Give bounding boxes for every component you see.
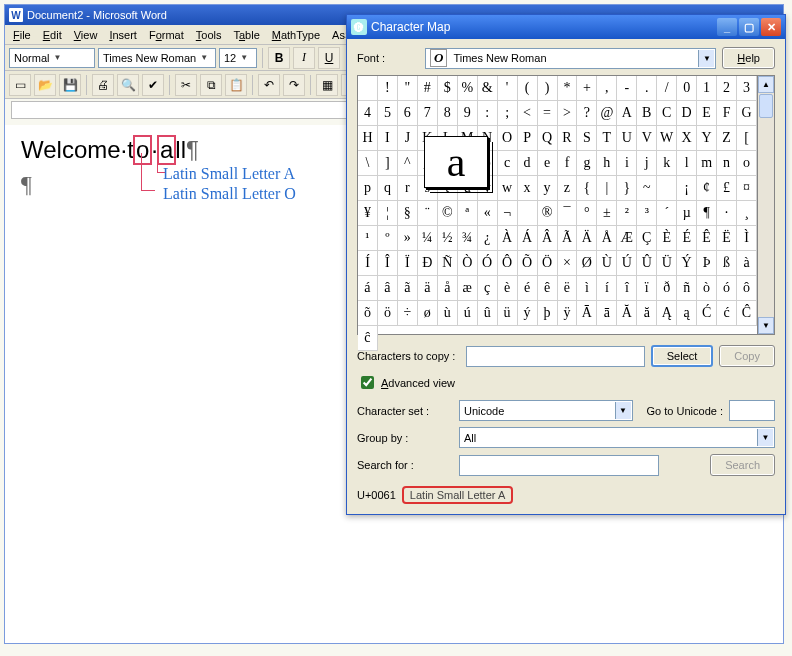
minimize-button[interactable]: _ — [717, 18, 737, 36]
char-cell[interactable]: á — [358, 276, 378, 301]
char-cell[interactable]: S — [577, 126, 597, 151]
charset-select[interactable]: Unicode ▼ — [459, 400, 633, 421]
char-cell[interactable]: õ — [358, 301, 378, 326]
char-cell[interactable]: 3 — [737, 76, 757, 101]
grid-scrollbar[interactable]: ▲ ▼ — [757, 76, 774, 334]
char-cell[interactable]: ¾ — [458, 226, 478, 251]
char-cell[interactable]: A — [617, 101, 637, 126]
char-cell[interactable]: } — [617, 176, 637, 201]
char-cell[interactable]: Å — [597, 226, 617, 251]
char-cell[interactable]: W — [657, 126, 677, 151]
advanced-view-input[interactable] — [361, 376, 374, 389]
char-cell[interactable]: Ö — [538, 251, 558, 276]
menu-tools[interactable]: Tools — [192, 27, 226, 43]
char-cell[interactable]: E — [697, 101, 717, 126]
char-cell[interactable]: \ — [358, 151, 378, 176]
char-cell[interactable]: ò — [697, 276, 717, 301]
scroll-thumb[interactable] — [759, 94, 773, 118]
char-cell[interactable]: H — [358, 126, 378, 151]
font-combo[interactable]: Times New Roman▼ — [98, 48, 216, 68]
char-cell[interactable]: & — [478, 76, 498, 101]
char-cell[interactable]: n — [717, 151, 737, 176]
char-cell[interactable]: í — [597, 276, 617, 301]
menu-edit[interactable]: Edit — [39, 27, 66, 43]
char-cell[interactable]: ì — [577, 276, 597, 301]
char-cell[interactable]: Ĉ — [737, 301, 757, 326]
char-cell[interactable]: - — [617, 76, 637, 101]
char-cell[interactable]: ą — [677, 301, 697, 326]
char-cell[interactable]: µ — [677, 201, 697, 226]
goto-unicode-input[interactable] — [729, 400, 775, 421]
tb-table-icon[interactable]: ▦ — [316, 74, 338, 96]
char-cell[interactable]: Æ — [617, 226, 637, 251]
char-cell[interactable]: £ — [717, 176, 737, 201]
char-cell[interactable]: Y — [697, 126, 717, 151]
char-cell[interactable]: ¯ — [558, 201, 578, 226]
char-cell[interactable]: p — [358, 176, 378, 201]
advanced-view-checkbox[interactable]: Advanced view — [357, 373, 775, 392]
menu-view[interactable]: View — [70, 27, 102, 43]
char-cell[interactable] — [657, 176, 677, 201]
char-cell[interactable]: * — [558, 76, 578, 101]
char-cell[interactable]: % — [458, 76, 478, 101]
copy-button[interactable]: Copy — [719, 345, 775, 367]
char-cell[interactable]: V — [637, 126, 657, 151]
char-cell[interactable]: Ú — [617, 251, 637, 276]
char-cell[interactable]: ¬ — [498, 201, 518, 226]
char-cell[interactable]: ã — [398, 276, 418, 301]
char-cell[interactable]: ~ — [637, 176, 657, 201]
size-combo[interactable]: 12▼ — [219, 48, 257, 68]
char-cell[interactable]: ă — [637, 301, 657, 326]
char-cell[interactable]: I — [378, 126, 398, 151]
char-cell[interactable]: " — [398, 76, 418, 101]
maximize-button[interactable]: ▢ — [739, 18, 759, 36]
char-cell[interactable]: ± — [597, 201, 617, 226]
char-cell[interactable]: é — [518, 276, 538, 301]
char-cell[interactable]: ² — [617, 201, 637, 226]
char-cell[interactable]: · — [717, 201, 737, 226]
char-cell[interactable]: m — [697, 151, 717, 176]
char-cell[interactable]: D — [677, 101, 697, 126]
menu-format[interactable]: Format — [145, 27, 188, 43]
char-cell[interactable]: å — [438, 276, 458, 301]
underline-button[interactable]: U — [318, 47, 340, 69]
char-cell[interactable]: Ü — [657, 251, 677, 276]
char-cell[interactable]: Ā — [577, 301, 597, 326]
char-cell[interactable]: d — [518, 151, 538, 176]
menu-mathtype[interactable]: MathType — [268, 27, 324, 43]
scroll-up-button[interactable]: ▲ — [758, 76, 774, 93]
char-cell[interactable]: o — [737, 151, 757, 176]
char-cell[interactable]: ÿ — [558, 301, 578, 326]
char-cell[interactable]: Ë — [717, 226, 737, 251]
char-cell[interactable]: Û — [637, 251, 657, 276]
char-cell[interactable]: Ć — [697, 301, 717, 326]
char-cell[interactable]: ä — [418, 276, 438, 301]
char-cell[interactable]: ¥ — [358, 201, 378, 226]
char-cell[interactable]: e — [538, 151, 558, 176]
italic-button[interactable]: I — [293, 47, 315, 69]
char-cell[interactable]: Ä — [577, 226, 597, 251]
char-cell[interactable]: Ă — [617, 301, 637, 326]
select-button[interactable]: Select — [651, 345, 714, 367]
char-cell[interactable]: # — [418, 76, 438, 101]
char-cell[interactable] — [358, 76, 378, 101]
char-cell[interactable]: O — [498, 126, 518, 151]
char-cell[interactable]: B — [637, 101, 657, 126]
char-cell[interactable]: C — [657, 101, 677, 126]
char-cell[interactable]: ý — [518, 301, 538, 326]
char-cell[interactable]: 1 — [697, 76, 717, 101]
char-cell[interactable]: ß — [717, 251, 737, 276]
char-cell[interactable]: . — [637, 76, 657, 101]
scroll-down-button[interactable]: ▼ — [758, 317, 774, 334]
char-cell[interactable]: © — [438, 201, 458, 226]
tb-redo-icon[interactable]: ↷ — [283, 74, 305, 96]
char-cell[interactable]: $ — [438, 76, 458, 101]
char-cell[interactable]: Z — [717, 126, 737, 151]
char-cell[interactable]: > — [558, 101, 578, 126]
charmap-titlebar[interactable]: 🅒 Character Map _ ▢ ✕ — [347, 15, 785, 39]
char-cell[interactable]: ; — [498, 101, 518, 126]
char-cell[interactable]: r — [398, 176, 418, 201]
char-cell[interactable]: Ý — [677, 251, 697, 276]
tb-cut-icon[interactable]: ✂ — [175, 74, 197, 96]
char-cell[interactable]: î — [617, 276, 637, 301]
